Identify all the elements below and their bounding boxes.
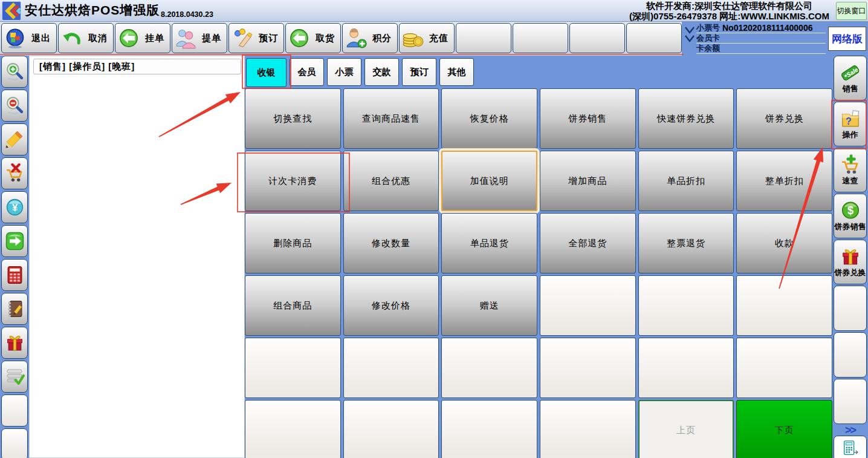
right-sidebar-button-operation[interactable]: ?操作 [834, 102, 867, 146]
tab-其他[interactable]: 其他 [439, 58, 474, 86]
tab-小票[interactable]: 小票 [327, 58, 361, 86]
grid-button-下页[interactable]: 下页 [736, 400, 832, 458]
right-sidebar-button-sales[interactable]: Sale销售 [834, 56, 867, 100]
booking-pen-icon [232, 27, 253, 49]
grid-button-组合优惠[interactable]: 组合优惠 [343, 151, 439, 211]
toolbar-button-recall-order[interactable]: 提单 [172, 23, 227, 53]
grid-button-查询商品速售[interactable]: 查询商品速售 [343, 88, 439, 149]
grid-button-加值说明[interactable]: 加值说明 [441, 151, 537, 211]
toolbar-button-exit[interactable]: 退出 [1, 23, 57, 53]
grid-button-赠送[interactable]: 赠送 [441, 275, 537, 336]
receipt-field-label: 卡余额 [696, 43, 720, 54]
grid-button-empty[interactable] [540, 338, 636, 398]
grid-button-上页[interactable]: 上页 [638, 400, 734, 458]
help-folder-icon: ? [840, 108, 861, 129]
sidebar-button-calculator[interactable] [1, 259, 28, 291]
grid-button-empty[interactable] [638, 275, 734, 336]
grid-button-切换查找[interactable]: 切换查找 [245, 88, 341, 149]
right-sidebar-button-coupon-sale[interactable]: $饼券销售 [834, 194, 867, 238]
toolbar-button-pickup[interactable]: 取货 [285, 23, 341, 53]
more-chevrons-link[interactable]: >> [834, 425, 867, 435]
receipt-field-value: No01202018111400006 [722, 23, 812, 33]
grid-button-整票退货[interactable]: 整票退货 [638, 213, 734, 273]
toolbar-button-empty-3[interactable] [569, 23, 625, 53]
sidebar-button-clear-cart[interactable] [1, 157, 28, 189]
right-sidebar-label: 销售 [843, 83, 858, 94]
right-sidebar-label: 操作 [843, 129, 858, 140]
sidebar-button-empty-2[interactable] [1, 428, 28, 458]
right-sidebar-button-empty-2[interactable] [834, 332, 867, 378]
sidebar-button-zoom-in[interactable] [1, 56, 28, 88]
svg-text:¥: ¥ [11, 202, 18, 213]
grid-button-增加商品[interactable]: 增加商品 [540, 151, 636, 211]
receipt-field: 小票号No01202018111400006 [696, 23, 826, 33]
grid-button-修改数量[interactable]: 修改数量 [343, 213, 439, 273]
toolbar-button-hold-order[interactable]: 挂单 [115, 23, 170, 53]
switch-window-button[interactable]: 切换窗口 [836, 2, 867, 20]
tab-收银[interactable]: 收银 [246, 58, 287, 87]
grid-button-饼券销售[interactable]: 饼券销售 [540, 88, 636, 149]
network-edition-button[interactable]: 网络版 [828, 27, 866, 51]
grid-button-empty[interactable] [638, 338, 734, 398]
grid-button-empty[interactable] [736, 338, 832, 398]
right-sidebar-button-empty-3[interactable] [834, 379, 867, 424]
toolbar-button-empty-4[interactable] [626, 23, 682, 53]
sidebar-button-empty-1[interactable] [1, 394, 28, 427]
exit-globe-icon [4, 27, 26, 49]
sidebar-button-cash[interactable]: ¥ [1, 191, 28, 223]
toolbar-button-recharge[interactable]: 充值 [399, 23, 455, 53]
double-chevron-down-icon[interactable] [684, 26, 696, 44]
function-button-grid: 切换查找查询商品速售恢复价格饼券销售快速饼券兑换饼券兑换计次卡消费组合优惠加值说… [245, 88, 832, 458]
right-sidebar-button-coupon-redeem[interactable]: 饼券兑换 [834, 240, 867, 284]
grid-button-计次卡消费[interactable]: 计次卡消费 [245, 151, 341, 211]
toolbar-button-label: 积分 [367, 33, 397, 44]
grid-button-整单折扣[interactable]: 整单折扣 [736, 151, 832, 211]
grid-button-删除商品[interactable]: 删除商品 [245, 213, 341, 273]
sidebar-button-forward[interactable] [1, 225, 28, 257]
grid-button-empty[interactable] [441, 338, 537, 398]
toolbar: 退出取消挂单提单预订取货积分充值 [0, 22, 683, 56]
grid-button-empty[interactable] [540, 400, 636, 458]
grid-button-单品退货[interactable]: 单品退货 [441, 213, 537, 273]
grid-button-empty[interactable] [736, 275, 832, 336]
back-circle-icon [118, 27, 140, 49]
grid-button-收款[interactable]: 收款 [736, 213, 832, 273]
app-version: 8.2018.0430.23 [161, 10, 213, 19]
toolbar-button-empty-2[interactable] [513, 23, 568, 53]
gift-icon [5, 333, 25, 353]
toolbar-button-cancel[interactable]: 取消 [58, 23, 114, 53]
sidebar-button-gift[interactable] [1, 327, 28, 359]
grid-button-empty[interactable] [245, 400, 341, 458]
sidebar-button-notebook[interactable] [1, 293, 28, 325]
sidebar-button-zoom-out[interactable] [1, 90, 28, 122]
toolbar-button-booking[interactable]: 预订 [228, 23, 284, 53]
grid-button-修改价格[interactable]: 修改价格 [343, 275, 439, 336]
right-sidebar-button-quick-search[interactable]: 速查 [834, 148, 867, 192]
sidebar-button-confirm-list[interactable] [1, 361, 28, 393]
grid-button-全部退货[interactable]: 全部退货 [540, 213, 636, 273]
grid-button-empty[interactable] [441, 400, 537, 458]
grid-button-饼券兑换[interactable]: 饼券兑换 [736, 88, 832, 149]
tab-预订[interactable]: 预订 [402, 58, 436, 86]
sale-tag-icon: Sale [840, 62, 861, 83]
toolbar-button-label: 提单 [196, 33, 227, 44]
people-icon [175, 27, 196, 49]
grid-button-单品折扣[interactable]: 单品折扣 [638, 151, 734, 211]
sidebar-button-edit[interactable] [1, 123, 28, 155]
grid-button-empty[interactable] [343, 338, 439, 398]
mini-calculator-icon [841, 439, 860, 457]
grid-button-empty[interactable] [540, 275, 636, 336]
grid-button-empty[interactable] [343, 400, 439, 458]
tab-会员[interactable]: 会员 [290, 58, 324, 86]
right-sidebar-button-empty-1[interactable] [834, 286, 867, 331]
mini-calculator-button[interactable] [834, 436, 867, 458]
toolbar-button-points[interactable]: 积分 [342, 23, 398, 53]
tab-交款[interactable]: 交款 [364, 58, 399, 86]
grid-button-组合商品[interactable]: 组合商品 [245, 275, 341, 336]
grid-button-恢复价格[interactable]: 恢复价格 [441, 88, 537, 149]
grid-button-empty[interactable] [245, 338, 341, 398]
app-logo-icon [2, 1, 21, 21]
app-title: 安仕达烘焙POS增强版 [25, 2, 160, 19]
toolbar-button-empty-1[interactable] [456, 23, 511, 53]
grid-button-快速饼券兑换[interactable]: 快速饼券兑换 [638, 88, 734, 149]
